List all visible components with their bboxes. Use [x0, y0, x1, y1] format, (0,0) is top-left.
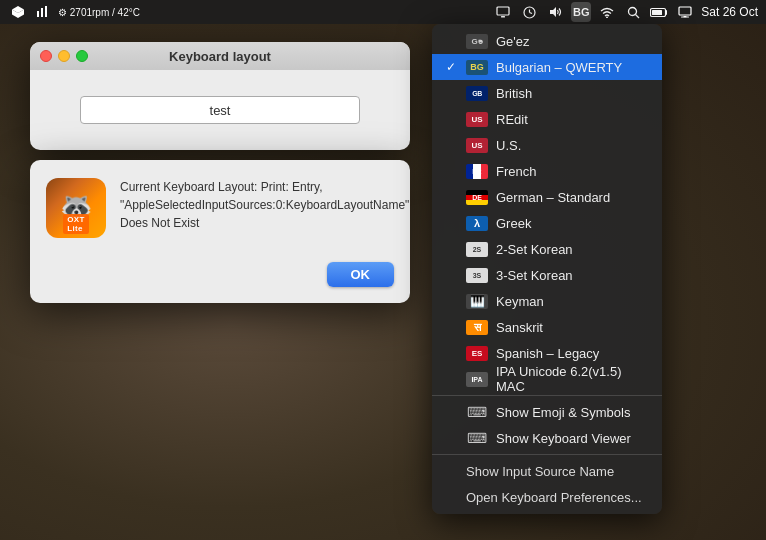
geez-badge: Gə: [466, 34, 488, 49]
oxt-lite-icon: 🦝 OXTLite: [46, 178, 106, 238]
maximize-button[interactable]: [76, 50, 88, 62]
clock-icon[interactable]: [519, 2, 539, 22]
keyboard-text-input[interactable]: test: [80, 96, 360, 124]
ok-button[interactable]: OK: [327, 262, 395, 287]
german-badge: DE: [466, 190, 488, 205]
german-label: German – Standard: [496, 190, 650, 205]
alert-body: 🦝 OXTLite Current Keyboard Layout: Print…: [30, 160, 410, 254]
bulgarian-checkmark: ✓: [444, 60, 458, 74]
separator-2: [432, 454, 662, 455]
emoji-icon: ⌨: [466, 401, 488, 423]
menu-item-redit[interactable]: ✓ US REdit: [432, 106, 662, 132]
ipa-badge: IPA: [466, 372, 488, 387]
menubar-left: ⚙ 2701rpm / 42°C: [8, 2, 142, 22]
window-controls: [40, 50, 88, 62]
menu-item-ipa[interactable]: ✓ IPA IPA Unicode 6.2(v1.5) MAC: [432, 366, 662, 392]
bulgarian-badge: BG: [466, 60, 488, 75]
geez-label: Ge'ez: [496, 34, 650, 49]
svg-line-10: [529, 12, 532, 13]
alert-dialog: 🦝 OXTLite Current Keyboard Layout: Print…: [30, 160, 410, 303]
alert-message: Current Keyboard Layout: Print: Entry, "…: [120, 178, 410, 232]
minimize-button[interactable]: [58, 50, 70, 62]
bulgarian-label: Bulgarian – QWERTY: [496, 60, 650, 75]
dropbox-icon[interactable]: [8, 2, 28, 22]
menu-item-greek[interactable]: ✓ λ Greek: [432, 210, 662, 236]
desktop: ⚙ 2701rpm / 42°C: [0, 0, 766, 540]
svg-point-13: [628, 7, 636, 15]
search-icon[interactable]: [623, 2, 643, 22]
volume-icon[interactable]: [545, 2, 565, 22]
svg-rect-19: [681, 17, 689, 18]
window-body: test: [30, 70, 410, 150]
spanish-label: Spanish – Legacy: [496, 346, 650, 361]
menu-item-british[interactable]: ✓ GB British: [432, 80, 662, 106]
spanish-badge: ES: [466, 346, 488, 361]
french-label: French: [496, 164, 650, 179]
open-keyboard-prefs-label: Open Keyboard Preferences...: [466, 490, 650, 505]
keyman-badge: 🎹: [466, 294, 488, 309]
sanskrit-badge: स: [466, 320, 488, 335]
ipa-label: IPA Unicode 6.2(v1.5) MAC: [496, 364, 650, 394]
window-title: Keyboard layout: [169, 49, 271, 64]
redit-badge: US: [466, 112, 488, 127]
menubar-time: Sat 26 Oct: [701, 5, 758, 19]
cpu-temp-icon[interactable]: ⚙ 2701rpm / 42°C: [56, 2, 142, 22]
menu-item-geez[interactable]: ✓ Gə Ge'ez: [432, 28, 662, 54]
menu-item-show-input-name[interactable]: Show Input Source Name: [432, 458, 662, 484]
svg-line-14: [635, 14, 639, 18]
svg-rect-16: [652, 10, 662, 15]
menu-item-bulgarian[interactable]: ✓ BG Bulgarian – QWERTY: [432, 54, 662, 80]
input-source-dropdown: ✓ Gə Ge'ez ✓ BG Bulgarian – QWERTY ✓ GB …: [432, 24, 662, 514]
window-titlebar: Keyboard layout: [30, 42, 410, 70]
display-icon[interactable]: [493, 2, 513, 22]
stats-icon[interactable]: [32, 2, 52, 22]
menu-item-keyman[interactable]: ✓ 🎹 Keyman: [432, 288, 662, 314]
show-input-name-label: Show Input Source Name: [466, 464, 650, 479]
greek-label: Greek: [496, 216, 650, 231]
menu-item-keyboard-prefs[interactable]: Open Keyboard Preferences...: [432, 484, 662, 510]
menu-item-french[interactable]: ✓ FR French: [432, 158, 662, 184]
menu-item-show-emoji[interactable]: ⌨ Show Emoji & Symbols: [432, 399, 662, 425]
menu-item-show-keyboard-viewer[interactable]: ⌨ Show Keyboard Viewer: [432, 425, 662, 451]
menu-item-2set-korean[interactable]: ✓ 2S 2-Set Korean: [432, 236, 662, 262]
svg-rect-6: [497, 7, 509, 15]
show-keyboard-viewer-label: Show Keyboard Viewer: [496, 431, 650, 446]
keyboard-viewer-icon: ⌨: [466, 427, 488, 449]
menu-item-spanish[interactable]: ✓ ES Spanish – Legacy: [432, 340, 662, 366]
keyman-label: Keyman: [496, 294, 650, 309]
svg-rect-4: [41, 8, 43, 17]
us-label: U.S.: [496, 138, 650, 153]
3set-korean-label: 3-Set Korean: [496, 268, 650, 283]
svg-marker-11: [550, 7, 556, 17]
svg-rect-5: [45, 6, 47, 17]
wifi-icon[interactable]: [597, 2, 617, 22]
cpu-temp-label: ⚙ 2701rpm / 42°C: [58, 7, 140, 18]
svg-rect-7: [501, 16, 505, 18]
svg-rect-3: [37, 11, 39, 17]
menubar: ⚙ 2701rpm / 42°C: [0, 0, 766, 24]
sanskrit-label: Sanskrit: [496, 320, 650, 335]
svg-rect-17: [679, 7, 691, 15]
menu-item-us[interactable]: ✓ US U.S.: [432, 132, 662, 158]
2set-korean-label: 2-Set Korean: [496, 242, 650, 257]
display-settings-icon[interactable]: [675, 2, 695, 22]
svg-point-12: [606, 17, 608, 19]
alert-footer: OK: [30, 254, 410, 303]
menu-item-german[interactable]: ✓ DE German – Standard: [432, 184, 662, 210]
separator-1: [432, 395, 662, 396]
british-badge: GB: [466, 86, 488, 101]
greek-badge: λ: [466, 216, 488, 231]
french-badge: FR: [466, 164, 488, 179]
battery-icon[interactable]: [649, 2, 669, 22]
menu-item-sanskrit[interactable]: ✓ स Sanskrit: [432, 314, 662, 340]
show-emoji-label: Show Emoji & Symbols: [496, 405, 650, 420]
keyboard-input-icon[interactable]: BG: [571, 2, 591, 22]
oxt-label-text: OXTLite: [63, 214, 88, 234]
menubar-right: BG: [493, 2, 758, 22]
menu-item-3set-korean[interactable]: ✓ 3S 3-Set Korean: [432, 262, 662, 288]
3set-korean-badge: 3S: [466, 268, 488, 283]
close-button[interactable]: [40, 50, 52, 62]
british-label: British: [496, 86, 650, 101]
2set-korean-badge: 2S: [466, 242, 488, 257]
keyboard-layout-window: Keyboard layout test: [30, 42, 410, 150]
